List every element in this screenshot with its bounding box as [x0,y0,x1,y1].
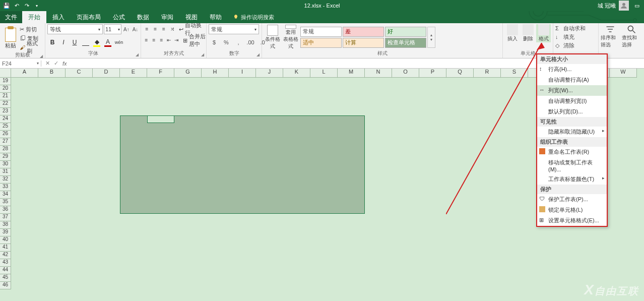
cell[interactable] [446,131,474,138]
cell[interactable] [256,282,283,289]
cell[interactable] [310,267,338,274]
cell[interactable] [310,236,338,244]
font-color-button[interactable]: A [103,37,113,47]
cell[interactable] [555,274,583,282]
cell[interactable] [283,214,310,221]
cell[interactable] [365,252,392,259]
cell[interactable] [555,259,583,267]
cell[interactable] [392,93,419,100]
cell[interactable] [93,168,120,176]
cell[interactable] [501,184,528,191]
format-cells-button[interactable]: 格式 [536,24,551,42]
cell[interactable] [202,267,229,274]
cell[interactable] [120,108,147,115]
cell[interactable] [256,85,283,93]
cell[interactable] [38,259,66,267]
cell[interactable] [93,131,120,138]
autosum-button[interactable]: Σ自动求和 [555,24,586,32]
cell[interactable] [38,131,66,138]
cell[interactable] [174,100,202,108]
cell[interactable] [229,78,256,85]
cell[interactable] [256,267,283,274]
cell[interactable] [474,131,501,138]
cell[interactable] [93,100,120,108]
cell[interactable] [419,146,446,153]
cell[interactable] [610,153,637,161]
fill-color-button[interactable]: ◆ [92,37,102,47]
cell[interactable] [229,244,256,252]
cell[interactable] [174,78,202,85]
style-neutral[interactable]: 适中 [300,38,342,48]
row-header[interactable]: 19 [0,78,11,85]
row-header[interactable]: 20 [0,85,11,93]
cell[interactable] [338,100,365,108]
cell[interactable] [610,259,637,267]
cell[interactable] [365,199,392,206]
row-header[interactable]: 35 [0,199,11,206]
cell[interactable] [38,236,66,244]
column-header[interactable]: J [256,69,283,78]
qat-dropdown-icon[interactable]: ▾ [32,1,41,10]
cell[interactable] [474,199,501,206]
cell[interactable] [501,274,528,282]
cell[interactable] [474,176,501,184]
cell[interactable] [38,78,66,85]
cell[interactable] [474,123,501,131]
cell[interactable] [11,123,38,131]
cell[interactable] [392,274,419,282]
cell[interactable] [147,93,174,100]
cell[interactable] [256,221,283,229]
cell[interactable] [419,85,446,93]
cell[interactable] [283,100,310,108]
cell[interactable] [66,229,93,236]
cell[interactable] [174,85,202,93]
cell[interactable] [147,274,174,282]
cell[interactable] [338,282,365,289]
cell[interactable] [229,236,256,244]
cell[interactable] [11,93,38,100]
cell[interactable] [446,85,474,93]
cell[interactable] [66,93,93,100]
cell[interactable] [474,274,501,282]
cell[interactable] [11,100,38,108]
cell[interactable] [446,259,474,267]
bold-button[interactable]: B [47,37,57,47]
cell[interactable] [229,274,256,282]
cell[interactable] [392,131,419,138]
cell[interactable] [446,191,474,199]
cell[interactable] [338,221,365,229]
cell[interactable] [174,108,202,115]
row-header[interactable]: 42 [0,252,11,259]
cell[interactable] [11,131,38,138]
cell[interactable] [229,221,256,229]
cell[interactable] [419,229,446,236]
cell[interactable] [610,108,637,115]
cell[interactable] [501,214,528,221]
sort-filter-button[interactable]: 排序和筛选 [601,24,620,48]
cell[interactable] [610,115,637,123]
cell[interactable] [419,206,446,214]
cell[interactable] [229,267,256,274]
decrease-font-icon[interactable]: A↓ [132,27,140,32]
cell[interactable] [66,161,93,168]
cell[interactable] [120,221,147,229]
cell[interactable] [174,252,202,259]
cell[interactable] [474,161,501,168]
cell[interactable] [202,214,229,221]
cell[interactable] [174,282,202,289]
cell[interactable] [66,108,93,115]
menu-lock-cell[interactable]: 锁定单元格(L) [537,205,607,215]
cell[interactable] [419,93,446,100]
tab-review[interactable]: 审阅 [155,11,179,23]
cell[interactable] [365,184,392,191]
cell[interactable] [120,78,147,85]
cell[interactable] [528,274,555,282]
cell[interactable] [365,229,392,236]
cell[interactable] [93,123,120,131]
cell[interactable] [365,115,392,123]
cell[interactable] [555,244,583,252]
cell[interactable] [66,85,93,93]
cell[interactable] [310,214,338,221]
enter-formula-icon[interactable]: ✓ [54,60,58,67]
cell[interactable] [365,161,392,168]
